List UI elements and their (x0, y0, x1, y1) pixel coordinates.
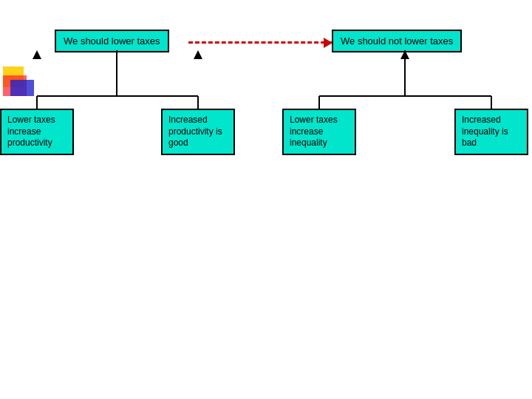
box-inequality-bad[interactable]: Increased inequality is bad (454, 109, 528, 155)
decorative-squares (3, 66, 40, 103)
box-lower-taxes-productivity[interactable]: Lower taxes increase productivity (0, 109, 74, 155)
diagram-container: We should lower taxes We should not lowe… (0, 0, 532, 399)
box-productivity-good[interactable]: Increased productivity is good (161, 109, 235, 155)
svg-marker-5 (194, 50, 202, 59)
dashed-arrow (188, 41, 332, 44)
box-should-lower-taxes[interactable]: We should lower taxes (55, 30, 169, 52)
blue-square (10, 80, 34, 96)
svg-marker-4 (33, 50, 41, 59)
box-should-not-lower-taxes[interactable]: We should not lower taxes (332, 30, 462, 52)
box-lower-taxes-inequality[interactable]: Lower taxes increase inequality (282, 109, 356, 155)
